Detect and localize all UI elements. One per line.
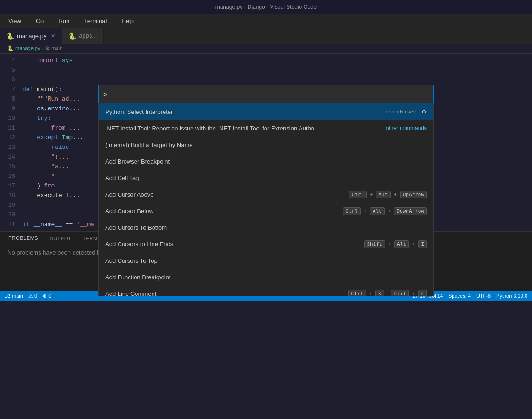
status-errors[interactable]: ⊗ 0 <box>43 293 51 299</box>
cp-item-label-6: Add Cursor Below <box>105 208 343 215</box>
code-line-5: 5 <box>0 65 532 75</box>
cp-item-internal-build[interactable]: (Internal) Build a Target by Name <box>99 136 433 153</box>
code-line-4: 4 import sys <box>0 56 532 65</box>
tab-close-manage[interactable]: ✕ <box>51 33 55 39</box>
python-icon: 🐍 <box>6 32 14 40</box>
cp-item-right-6: Ctrl + Alt + DownArrow <box>343 207 427 215</box>
kbd-alt-3: Alt <box>394 240 409 248</box>
status-branch[interactable]: ⎇ main <box>5 293 23 299</box>
kbd-ctrl-3: Ctrl <box>348 290 366 297</box>
tab-label-manage: manage.py <box>17 33 46 40</box>
kbd-k: K <box>375 290 384 297</box>
command-palette-results: Python: Select Interpreter recently used… <box>98 103 434 296</box>
code-line-6: 6 <box>0 75 532 85</box>
cp-other-commands: other commands <box>386 125 427 131</box>
tabs-bar: 🐍 manage.py ✕ 🐍 apps... <box>0 28 532 44</box>
window-title: manage.py - Django - Visual Studio Code <box>215 4 317 10</box>
cp-item-right-1: other commands <box>386 125 427 131</box>
breadcrumb-section[interactable]: ⚙ main <box>45 45 62 51</box>
cp-item-add-browser-breakpoint[interactable]: Add Browser Breakpoint <box>99 153 433 170</box>
cp-item-add-function-breakpoint[interactable]: Add Function Breakpoint <box>99 269 433 285</box>
title-bar: manage.py - Django - Visual Studio Code <box>0 0 532 14</box>
cp-item-label-9: Add Cursors To Top <box>105 257 427 264</box>
tab-label-apps: apps... <box>79 32 97 39</box>
menu-terminal[interactable]: Terminal <box>80 16 110 26</box>
cp-item-right-8: Shift + Alt + I <box>364 240 427 248</box>
cp-item-add-cursors-to-bottom[interactable]: Add Cursors To Bottom <box>99 219 433 236</box>
cp-item-label-5: Add Cursor Above <box>105 191 349 198</box>
kbd-alt-2: Alt <box>370 207 385 215</box>
kbd-ctrl-2: Ctrl <box>343 207 361 215</box>
status-encoding[interactable]: UTF-8 <box>476 293 491 299</box>
cp-item-net-install[interactable]: .NET Install Tool: Report an issue with … <box>99 120 433 136</box>
kbd-i: I <box>418 240 427 248</box>
cp-item-label-3: Add Browser Breakpoint <box>105 158 427 165</box>
menu-help[interactable]: Help <box>118 16 137 26</box>
cp-item-label-2: (Internal) Build a Target by Name <box>105 142 427 148</box>
tab-apps[interactable]: 🐍 apps... <box>62 28 104 44</box>
cp-item-label-11: Add Line Comment <box>105 290 348 297</box>
breadcrumb: 🐍 manage.py › ⚙ main <box>0 44 532 54</box>
cp-recently-used: recently used <box>386 109 416 114</box>
cp-item-add-cursor-below[interactable]: Add Cursor Below Ctrl + Alt + DownArrow <box>99 203 433 219</box>
kbd-c: C <box>418 290 427 297</box>
status-warnings[interactable]: ⚠ 0 <box>28 293 37 299</box>
gear-icon[interactable]: ⚙ <box>421 108 427 115</box>
menu-go[interactable]: Go <box>32 16 47 26</box>
cp-item-add-cursor-above[interactable]: Add Cursor Above Ctrl + Alt + UpArrow <box>99 186 433 203</box>
command-palette: Python: Select Interpreter recently used… <box>98 85 434 296</box>
cp-item-label-10: Add Function Breakpoint <box>105 274 427 281</box>
cp-item-label-8: Add Cursors to Line Ends <box>105 241 364 248</box>
editor-wrapper: 🐍 manage.py › ⚙ main 4 import sys 5 6 7 … <box>0 44 532 231</box>
status-python-version[interactable]: Python 3.10.0 <box>496 293 527 299</box>
cp-item-right-11: Ctrl + K Ctrl + C <box>348 290 427 297</box>
tab-manage-py[interactable]: 🐍 manage.py ✕ <box>0 28 62 44</box>
command-palette-input-wrap[interactable] <box>98 85 434 103</box>
breadcrumb-file[interactable]: 🐍 manage.py <box>7 45 40 51</box>
panel-tab-problems[interactable]: PROBLEMS <box>4 233 43 243</box>
cp-item-add-cursors-line-ends[interactable]: Add Cursors to Line Ends Shift + Alt + I <box>99 236 433 252</box>
cp-item-label-0: Python: Select Interpreter <box>105 108 386 115</box>
kbd-uparrow: UpArrow <box>400 191 427 198</box>
command-palette-input[interactable] <box>103 91 429 98</box>
kbd-alt: Alt <box>376 191 391 198</box>
cp-item-right-5: Ctrl + Alt + UpArrow <box>349 191 427 198</box>
cp-item-label-4: Add Cell Tag <box>105 175 427 181</box>
status-spaces[interactable]: Spaces: 4 <box>448 293 471 299</box>
cp-item-python-select-interpreter[interactable]: Python: Select Interpreter recently used… <box>99 103 433 120</box>
breadcrumb-sep: › <box>42 46 44 51</box>
kbd-ctrl-4: Ctrl <box>391 290 409 297</box>
panel-tab-output[interactable]: OUTPUT <box>45 234 76 243</box>
kbd-shift: Shift <box>364 240 385 248</box>
menu-run[interactable]: Run <box>55 16 73 26</box>
menu-view[interactable]: View <box>5 16 25 26</box>
cp-item-label-7: Add Cursors To Bottom <box>105 224 427 231</box>
kbd-downarrow: DownArrow <box>394 207 427 215</box>
cp-item-add-cursors-to-top[interactable]: Add Cursors To Top <box>99 252 433 269</box>
cp-item-right-0: recently used ⚙ <box>386 108 427 115</box>
cp-item-add-cell-tag[interactable]: Add Cell Tag <box>99 170 433 186</box>
kbd-ctrl: Ctrl <box>349 191 367 198</box>
cp-item-label-1: .NET Install Tool: Report an issue with … <box>105 125 386 132</box>
python-icon-2: 🐍 <box>68 32 76 40</box>
cp-item-add-line-comment[interactable]: Add Line Comment Ctrl + K Ctrl + C <box>99 285 433 296</box>
menu-bar: View Go Run Terminal Help <box>0 14 532 28</box>
